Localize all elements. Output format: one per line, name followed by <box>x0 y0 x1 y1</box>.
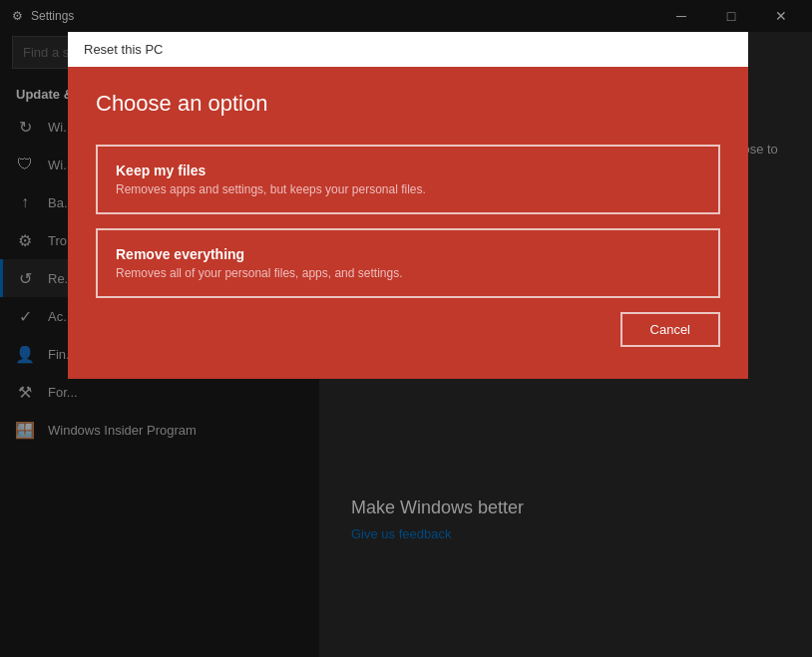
remove-everything-button[interactable]: Remove everything Removes all of your pe… <box>96 228 720 298</box>
reset-dialog: Reset this PC Choose an option Keep my f… <box>68 32 748 379</box>
cancel-button[interactable]: Cancel <box>620 312 720 347</box>
dialog-body: Choose an option Keep my files Removes a… <box>68 67 748 379</box>
remove-everything-desc: Removes all of your personal files, apps… <box>116 266 700 280</box>
dialog-title: Choose an option <box>96 91 720 117</box>
cancel-row: Cancel <box>96 312 720 347</box>
keep-files-title: Keep my files <box>116 163 700 178</box>
remove-everything-title: Remove everything <box>116 246 700 262</box>
dialog-header: Reset this PC <box>68 32 748 67</box>
dialog-header-text: Reset this PC <box>84 42 163 57</box>
keep-files-button[interactable]: Keep my files Removes apps and settings,… <box>96 145 720 214</box>
keep-files-desc: Removes apps and settings, but keeps you… <box>116 182 700 196</box>
